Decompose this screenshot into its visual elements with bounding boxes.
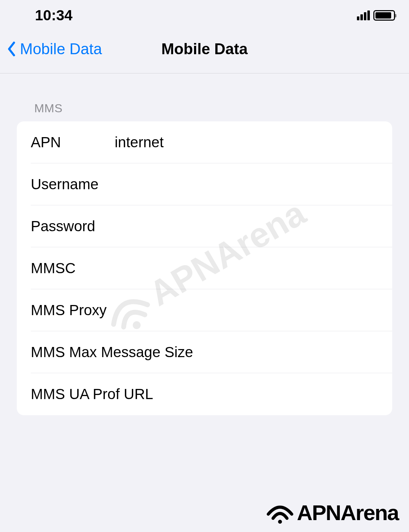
- username-row[interactable]: Username: [17, 163, 392, 205]
- chevron-left-icon: [7, 41, 16, 57]
- footer-brand-text: APNArena: [297, 500, 399, 525]
- battery-icon: [373, 10, 395, 21]
- back-label: Mobile Data: [20, 40, 102, 58]
- mms-ua-prof-row[interactable]: MMS UA Prof URL: [17, 373, 392, 415]
- password-label: Password: [31, 218, 115, 235]
- mmsc-label: MMSC: [31, 260, 115, 277]
- apn-row[interactable]: APN: [17, 121, 392, 163]
- mms-max-size-row[interactable]: MMS Max Message Size: [17, 331, 392, 373]
- wifi-icon: [266, 501, 294, 525]
- mms-proxy-label: MMS Proxy: [31, 302, 194, 319]
- svg-point-1: [278, 520, 282, 524]
- mms-max-size-label: MMS Max Message Size: [31, 344, 378, 361]
- mms-ua-prof-label: MMS UA Prof URL: [31, 386, 378, 403]
- mmsc-row[interactable]: MMSC: [17, 247, 392, 289]
- navigation-bar: Mobile Data Mobile Data: [0, 28, 409, 73]
- back-button[interactable]: Mobile Data: [7, 40, 102, 58]
- apn-label: APN: [31, 134, 115, 151]
- apn-input[interactable]: [115, 134, 378, 151]
- cellular-signal-icon: [357, 10, 370, 20]
- status-bar: 10:34: [0, 0, 409, 28]
- footer-brand: APNArena: [266, 500, 399, 525]
- section-header-mms: MMS: [0, 73, 409, 121]
- password-input[interactable]: [115, 218, 378, 235]
- username-input[interactable]: [115, 176, 378, 193]
- mms-proxy-input[interactable]: [194, 302, 378, 319]
- mmsc-input[interactable]: [115, 260, 378, 277]
- mms-settings-group: APN Username Password MMSC MMS Proxy MMS…: [17, 121, 392, 415]
- status-time: 10:34: [35, 7, 72, 24]
- page-title: Mobile Data: [162, 40, 248, 58]
- username-label: Username: [31, 176, 115, 193]
- password-row[interactable]: Password: [17, 205, 392, 247]
- status-indicators: [357, 10, 395, 21]
- mms-proxy-row[interactable]: MMS Proxy: [17, 289, 392, 331]
